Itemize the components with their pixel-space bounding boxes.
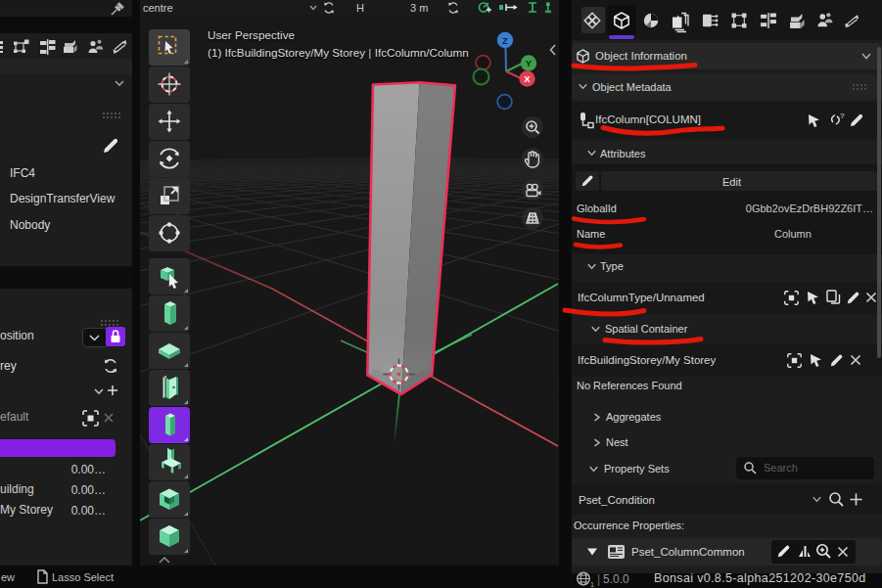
svg-text:Z: Z	[502, 35, 508, 46]
svg-text:X: X	[524, 73, 531, 84]
svg-text:?: ?	[840, 112, 845, 120]
svg-text:Y: Y	[526, 58, 533, 68]
svg-text:1: 1	[590, 581, 594, 588]
